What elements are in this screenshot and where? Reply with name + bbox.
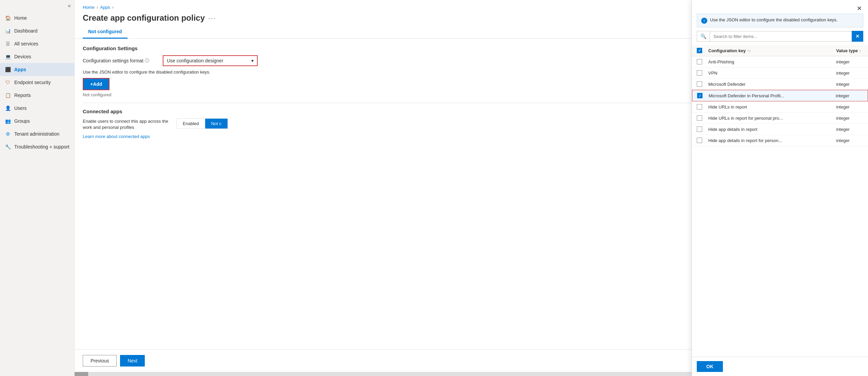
configuration-panel: ✕ i Use the JSON editor to configure the…: [692, 0, 868, 376]
learn-more-link[interactable]: Learn more about connected apps: [83, 134, 150, 139]
horizontal-scrollbar-thumb[interactable]: [75, 372, 88, 376]
sidebar: « 🏠 Home 📊 Dashboard ☰ All services 💻 De…: [0, 0, 75, 376]
panel-search-input[interactable]: [710, 31, 852, 42]
checkbox-hide-app-details[interactable]: [697, 126, 702, 132]
sidebar-item-devices[interactable]: 💻 Devices: [0, 50, 74, 63]
sidebar-item-apps[interactable]: ⬛ Apps: [0, 63, 74, 76]
ok-button[interactable]: OK: [697, 361, 723, 372]
key-hide-urls: Hide URLs in report: [708, 104, 833, 110]
page-options-button[interactable]: ···: [208, 14, 216, 22]
breadcrumb-apps[interactable]: Apps: [100, 5, 110, 10]
panel-row-hide-app-details-personal[interactable]: Hide app details in report for person...…: [692, 135, 868, 146]
dashboard-icon: 📊: [5, 28, 11, 34]
type-hide-app-details: integer: [836, 127, 863, 132]
config-format-info-icon[interactable]: ⓘ: [145, 58, 149, 64]
sidebar-item-all-services[interactable]: ☰ All services: [0, 37, 74, 50]
troubleshooting-icon: 🔧: [5, 144, 11, 150]
panel-row-vpn[interactable]: VPN integer: [692, 67, 868, 79]
info-icon: i: [701, 18, 707, 24]
panel-table: Anti-Phishing integer VPN integer Micros…: [692, 56, 868, 357]
checkbox-microsoft-defender-personal[interactable]: [697, 93, 703, 98]
panel-row-hide-app-details[interactable]: Hide app details in report integer: [692, 124, 868, 135]
endpoint-security-icon: 🛡: [5, 79, 11, 85]
config-key-header: Configuration key ↑↓: [708, 48, 833, 53]
sidebar-item-users[interactable]: 👤 Users: [0, 102, 74, 115]
dropdown-chevron-icon: ▾: [251, 58, 254, 63]
panel-header-checkbox[interactable]: [697, 48, 702, 53]
tab-not-configured[interactable]: Not configured: [83, 25, 127, 39]
key-hide-app-details-personal: Hide app details in report for person...: [708, 138, 833, 143]
sidebar-item-reports[interactable]: 📋 Reports: [0, 89, 74, 102]
value-type-header: Value type ↑: [836, 48, 863, 53]
sidebar-item-troubleshooting[interactable]: 🔧 Troubleshooting + support: [0, 140, 74, 153]
sidebar-item-groups[interactable]: 👥 Groups: [0, 115, 74, 127]
panel-row-microsoft-defender-personal[interactable]: Microsoft Defender in Personal Profil...…: [692, 90, 868, 101]
sidebar-label-all-services: All services: [14, 41, 38, 46]
users-icon: 👤: [5, 105, 11, 111]
config-key-sort-icon[interactable]: ↑↓: [747, 48, 751, 53]
panel-row-hide-urls-personal[interactable]: Hide URLs in report for personal pro... …: [692, 113, 868, 124]
sidebar-label-home: Home: [14, 15, 27, 21]
key-hide-urls-personal: Hide URLs in report for personal pro...: [708, 116, 833, 121]
breadcrumb-separator-2: ›: [112, 5, 114, 10]
checkbox-anti-phishing[interactable]: [697, 59, 702, 64]
type-hide-app-details-personal: integer: [836, 138, 863, 143]
checkbox-hide-app-details-personal[interactable]: [697, 138, 702, 143]
type-anti-phishing: integer: [836, 59, 863, 64]
toggle-enabled[interactable]: Enabled: [177, 119, 205, 128]
sidebar-label-reports: Reports: [14, 93, 31, 98]
sidebar-item-endpoint-security[interactable]: 🛡 Endpoint security: [0, 76, 74, 89]
type-vpn: integer: [836, 71, 863, 76]
breadcrumb-separator-1: ›: [97, 5, 98, 10]
reports-icon: 📋: [5, 92, 11, 98]
sidebar-item-tenant-administration[interactable]: ⚙ Tenant administration: [0, 127, 74, 140]
panel-header: ✕: [692, 0, 868, 14]
sidebar-label-apps: Apps: [14, 67, 26, 72]
sidebar-label-endpoint-security: Endpoint security: [14, 80, 51, 85]
tenant-administration-icon: ⚙: [5, 131, 11, 137]
panel-footer: OK: [692, 357, 868, 376]
page-title: Create app configuration policy: [83, 13, 205, 23]
devices-icon: 💻: [5, 54, 11, 60]
sidebar-item-home[interactable]: 🏠 Home: [0, 12, 74, 24]
apps-icon: ⬛: [5, 66, 11, 73]
key-anti-phishing: Anti-Phishing: [708, 59, 833, 64]
panel-search-clear-button[interactable]: ✕: [852, 31, 863, 42]
key-vpn: VPN: [708, 71, 833, 76]
checkbox-vpn[interactable]: [697, 70, 702, 76]
sidebar-label-dashboard: Dashboard: [14, 28, 38, 34]
panel-close-button[interactable]: ✕: [855, 3, 863, 14]
key-microsoft-defender-personal: Microsoft Defender in Personal Profil...: [709, 93, 832, 98]
sidebar-label-groups: Groups: [14, 118, 30, 124]
sidebar-item-dashboard[interactable]: 📊 Dashboard: [0, 24, 74, 37]
type-microsoft-defender: integer: [836, 82, 863, 87]
config-format-label: Configuration settings format ⓘ: [83, 58, 157, 64]
sidebar-label-devices: Devices: [14, 54, 31, 59]
checkbox-microsoft-defender[interactable]: [697, 81, 702, 87]
checkbox-hide-urls-personal[interactable]: [697, 115, 702, 121]
sidebar-label-troubleshooting: Troubleshooting + support: [14, 144, 70, 150]
next-button[interactable]: Next: [120, 355, 145, 367]
sidebar-label-tenant-administration: Tenant administration: [14, 131, 59, 137]
toggle-not-configured[interactable]: Not c: [205, 119, 228, 128]
panel-search-row: 🔍 ✕: [697, 31, 863, 42]
type-hide-urls-personal: integer: [836, 116, 863, 121]
key-hide-app-details: Hide app details in report: [708, 127, 833, 132]
connected-apps-toggle[interactable]: Enabled Not c: [176, 118, 228, 129]
sidebar-label-users: Users: [14, 105, 27, 111]
search-icon: 🔍: [697, 31, 710, 42]
main-content: Home › Apps › Create app configuration p…: [75, 0, 868, 376]
panel-row-hide-urls[interactable]: Hide URLs in report integer: [692, 101, 868, 113]
home-icon: 🏠: [5, 15, 11, 21]
sidebar-collapse-button[interactable]: «: [0, 0, 74, 12]
checkbox-hide-urls[interactable]: [697, 104, 702, 110]
panel-row-microsoft-defender[interactable]: Microsoft Defender integer: [692, 79, 868, 90]
breadcrumb-home[interactable]: Home: [83, 5, 95, 10]
add-button[interactable]: +Add: [83, 78, 110, 90]
type-microsoft-defender-personal: integer: [836, 93, 863, 98]
panel-row-anti-phishing[interactable]: Anti-Phishing integer: [692, 56, 868, 67]
previous-button[interactable]: Previous: [83, 355, 117, 367]
connected-apps-label: Enable users to connect this app across …: [83, 118, 171, 131]
config-format-dropdown[interactable]: Use configuration designer ▾: [163, 55, 258, 66]
value-type-sort-icon[interactable]: ↑: [859, 49, 861, 53]
